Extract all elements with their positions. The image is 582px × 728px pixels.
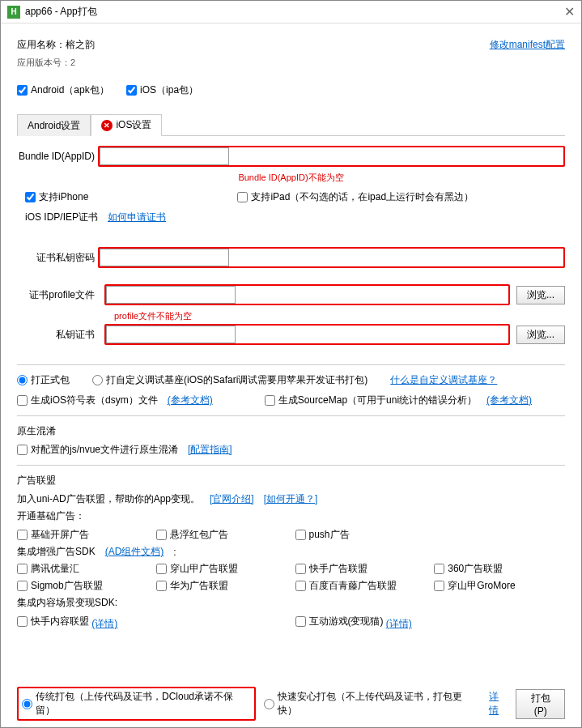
cert-password-input[interactable] (100, 249, 229, 266)
ad-basic-title: 开通基础广告： (17, 509, 565, 523)
tab-android[interactable]: Android设置 (17, 114, 91, 136)
profile-file-input[interactable] (106, 286, 236, 304)
app-name: 应用名称：榕之韵 (17, 38, 95, 52)
bundle-id-label: Bundle ID(AppID) (17, 151, 98, 162)
support-iphone-checkbox[interactable]: 支持iPhone (25, 190, 88, 204)
bundle-id-error: Bundle ID(AppID)不能为空 (17, 172, 565, 184)
ad-component-doc-link[interactable]: (AD组件文档) (105, 545, 164, 559)
fast-build-radio[interactable]: 快速安心打包（不上传代码及证书，打包更快） (264, 690, 474, 717)
ad-pangle-checkbox[interactable]: 穿山甲广告联盟 (156, 562, 287, 576)
ad-how-link[interactable]: [如何开通？] (264, 492, 318, 506)
private-key-input[interactable] (106, 326, 236, 343)
release-radio[interactable]: 打正式包 (17, 373, 70, 387)
build-button[interactable]: 打包(P) (516, 689, 565, 719)
traditional-build-radio[interactable]: 传统打包（上传代码及证书，DCloud承诺不保留） (22, 690, 244, 717)
profile-file-label: 证书profile文件 (17, 288, 98, 302)
ad-gromore-checkbox[interactable]: 穿山甲GroMore (434, 579, 565, 593)
ad-official-link[interactable]: [官网介绍] (210, 492, 254, 506)
ad-360-checkbox[interactable]: 360广告联盟 (434, 562, 565, 576)
ad-baidu-checkbox[interactable]: 百度百青藤广告联盟 (295, 579, 427, 593)
app-version: 应用版本号：2 (17, 57, 565, 69)
idp-cert-label: iOS IDP/IEP证书 (25, 211, 98, 224)
ad-push-checkbox[interactable]: push广告 (295, 528, 427, 542)
ad-redpacket-checkbox[interactable]: 悬浮红包广告 (156, 528, 287, 542)
ad-huawei-checkbox[interactable]: 华为广告联盟 (156, 579, 287, 593)
dsym-doc-link[interactable]: (参考文档) (168, 394, 213, 407)
window-title: app66 - App打包 (25, 5, 564, 19)
sourcemap-checkbox[interactable]: 生成SourceMap（可用于uni统计的错误分析） (265, 394, 477, 407)
ad-intergame-checkbox[interactable]: 互动游戏(变现猫) (295, 615, 384, 628)
debug-radio[interactable]: 打自定义调试基座(iOS的Safari调试需要用苹果开发证书打包) (92, 373, 367, 387)
titlebar: H app66 - App打包 ✕ (1, 1, 581, 23)
obfuscate-guide-link[interactable]: [配置指南] (188, 443, 232, 457)
sourcemap-doc-link[interactable]: (参考文档) (486, 394, 532, 407)
build-detail-link[interactable]: 详情 (489, 690, 508, 717)
private-key-browse-button[interactable]: 浏览... (516, 326, 565, 344)
ad-sigmob-checkbox[interactable]: Sigmob广告联盟 (17, 579, 148, 593)
ad-enhance-title: 集成增强广告SDK (17, 545, 96, 559)
ad-intro: 加入uni-AD广告联盟，帮助你的App变现。 (17, 492, 200, 506)
modify-manifest-link[interactable]: 修改manifest配置 (490, 38, 565, 52)
dsym-checkbox[interactable]: 生成iOS符号表（dsym）文件 (17, 394, 158, 407)
ad-kuaishou-checkbox[interactable]: 快手广告联盟 (295, 562, 427, 576)
cert-password-label: 证书私钥密码 (17, 251, 98, 265)
ad-basic-splash-checkbox[interactable]: 基础开屏广告 (17, 528, 148, 542)
close-icon[interactable]: ✕ (564, 4, 575, 19)
android-checkbox[interactable]: Android（apk包） (17, 83, 109, 97)
profile-error: profile文件不能为空 (114, 310, 565, 322)
error-icon: ✕ (101, 120, 113, 131)
intergame-detail-link[interactable]: (详情) (386, 618, 412, 629)
profile-browse-button[interactable]: 浏览... (516, 286, 565, 304)
ad-content-title: 集成内容场景变现SDK: (17, 596, 565, 610)
obfuscate-title: 原生混淆 (17, 424, 565, 438)
what-is-debug-link[interactable]: 什么是自定义调试基座？ (390, 373, 497, 387)
ad-tencent-checkbox[interactable]: 腾讯优量汇 (17, 562, 148, 576)
private-key-label: 私钥证书 (17, 328, 98, 342)
ks-content-detail-link[interactable]: (详情) (91, 618, 117, 629)
ad-ks-content-checkbox[interactable]: 快手内容联盟 (17, 615, 89, 628)
tab-ios[interactable]: ✕ iOS设置 (91, 114, 162, 136)
ad-title: 广告联盟 (17, 474, 565, 487)
how-to-apply-cert-link[interactable]: 如何申请证书 (108, 211, 166, 224)
support-ipad-checkbox[interactable]: 支持iPad（不勾选的话，在ipad上运行时会有黑边） (237, 190, 474, 204)
ios-checkbox[interactable]: iOS（ipa包） (126, 83, 198, 97)
bundle-id-input[interactable] (100, 147, 229, 165)
app-icon: H (7, 6, 20, 19)
obfuscate-checkbox[interactable]: 对配置的js/nvue文件进行原生混淆 (17, 443, 178, 457)
